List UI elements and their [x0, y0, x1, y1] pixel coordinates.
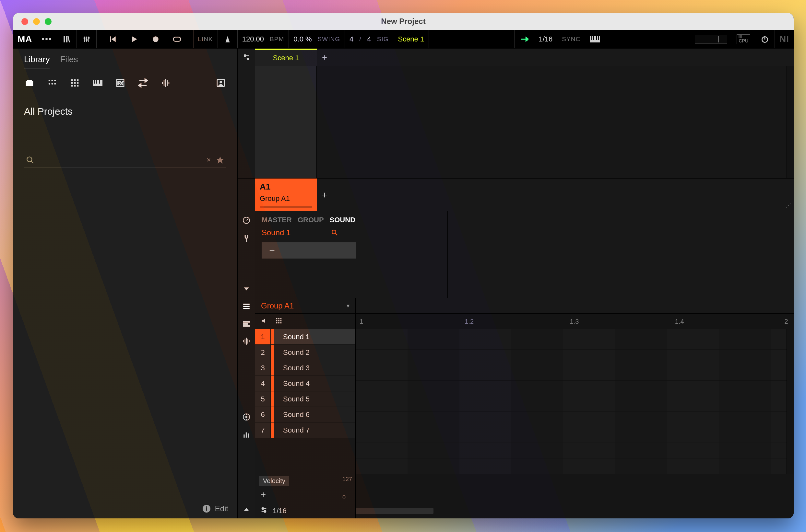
power-icon[interactable] [759, 34, 770, 44]
projects-filter-icon[interactable] [24, 77, 35, 89]
add-scene-button[interactable]: ＋ [317, 49, 332, 66]
sound-name[interactable]: Sound 1 [262, 228, 291, 237]
resize-handle-icon[interactable]: ⋰ [785, 201, 792, 209]
modulation-icon[interactable] [242, 413, 251, 422]
sound-search-icon[interactable] [331, 229, 338, 236]
mute-icon[interactable] [261, 317, 268, 326]
add-plugin-button[interactable]: ＋ [262, 242, 356, 259]
add-lane-button[interactable]: ＋ [259, 489, 351, 500]
plugin-collapse-icon[interactable] [241, 284, 252, 294]
pad-view-icon[interactable] [275, 317, 282, 326]
browser-tab-files[interactable]: Files [60, 54, 78, 68]
plugin-tab-sound[interactable]: SOUND [330, 216, 355, 224]
svg-rect-79 [249, 340, 249, 342]
loops-filter-icon[interactable] [138, 77, 148, 89]
plugin-slot-icon[interactable] [241, 233, 252, 244]
velocity-lane-canvas[interactable] [356, 474, 794, 503]
svg-line-68 [335, 234, 337, 235]
sounds-filter-icon[interactable] [69, 77, 80, 89]
track-row[interactable]: 1 Sound 1 [255, 329, 355, 345]
window-minimize-button[interactable] [33, 18, 40, 25]
record-button[interactable] [150, 34, 161, 44]
svg-rect-36 [74, 82, 76, 84]
ni-logo[interactable]: NI [780, 34, 789, 44]
grid-resolution[interactable]: 1/16 [273, 507, 287, 515]
edit-button[interactable]: Edit [215, 504, 228, 513]
lane-min: 0 [342, 494, 352, 501]
svg-text:FX: FX [117, 81, 123, 86]
app-logo[interactable]: MA [18, 34, 32, 44]
metronome-icon[interactable] [222, 34, 233, 44]
pattern-expand-icon[interactable] [243, 506, 250, 514]
svg-rect-43 [96, 80, 97, 83]
svg-marker-16 [526, 37, 529, 41]
svg-rect-1 [66, 36, 67, 42]
plugin-tab-master[interactable]: MASTER [262, 216, 292, 224]
effects-filter-icon[interactable]: FX [115, 77, 126, 89]
lane-name[interactable]: Velocity [259, 476, 289, 486]
arranger-scrollbar[interactable] [787, 66, 794, 178]
velocity-lane-icon[interactable] [242, 430, 251, 440]
keyboard-icon[interactable] [590, 34, 600, 44]
pattern-cells[interactable] [255, 66, 317, 178]
sync-label[interactable]: SYNC [562, 36, 580, 43]
pattern-hscroll-area[interactable] [356, 503, 794, 518]
pattern-view-group-icon[interactable] [242, 302, 251, 312]
svg-marker-48 [139, 84, 141, 87]
follow-icon[interactable] [519, 34, 529, 44]
favorites-icon[interactable] [216, 156, 224, 164]
restart-button[interactable] [108, 34, 118, 44]
pattern-vscrollbar[interactable] [787, 329, 794, 474]
track-row[interactable]: 6 Sound 6 [255, 407, 355, 422]
mixer-toggle-icon[interactable] [81, 34, 92, 44]
window-close-button[interactable] [21, 18, 28, 25]
track-row[interactable]: 7 Sound 7 [255, 422, 355, 438]
swing-label: SWING [318, 36, 340, 43]
plugin-parameters-area[interactable] [448, 211, 794, 298]
instruments-filter-icon[interactable] [92, 77, 103, 89]
svg-point-22 [762, 37, 767, 42]
menu-icon[interactable]: ••• [42, 34, 52, 44]
pattern-group-selector[interactable]: Group A1 ▾ [255, 298, 356, 313]
cpu-meter: CPU [737, 34, 750, 44]
samples-filter-icon[interactable] [160, 77, 171, 89]
track-row[interactable]: 5 Sound 5 [255, 392, 355, 407]
group-cell-a1[interactable]: A1 Group A1 [255, 178, 317, 211]
svg-rect-45 [117, 79, 124, 87]
track-row[interactable]: 4 Sound 4 [255, 376, 355, 392]
track-row[interactable]: 2 Sound 2 [255, 345, 355, 360]
play-button[interactable] [129, 34, 140, 44]
plugin-tab-group[interactable]: GROUP [298, 216, 324, 224]
swing-value[interactable]: 0.0 % [293, 35, 312, 43]
browser-search[interactable]: × [24, 153, 226, 168]
pattern-ruler[interactable]: 1 1.2 1.3 1.4 2 [356, 314, 794, 329]
info-icon[interactable]: i [203, 505, 210, 513]
tempo-value[interactable]: 120.00 [242, 35, 264, 43]
svg-rect-71 [243, 308, 250, 309]
browser-tab-library[interactable]: Library [24, 54, 50, 68]
user-content-icon[interactable] [215, 77, 226, 89]
link-label[interactable]: LINK [198, 36, 213, 43]
arranger-settings-icon[interactable] [238, 49, 255, 66]
browser-toggle-icon[interactable] [61, 34, 72, 44]
window-zoom-button[interactable] [45, 18, 52, 25]
timesig-num[interactable]: 4 [349, 35, 353, 43]
plugin-quick-browse-icon[interactable] [241, 215, 252, 226]
arranger-canvas[interactable] [317, 66, 787, 178]
grid-value[interactable]: 1/16 [539, 35, 553, 43]
pattern-hscrollbar[interactable] [356, 508, 434, 514]
pattern-view-sample-icon[interactable] [242, 337, 251, 347]
timesig-den[interactable]: 4 [367, 35, 371, 43]
loop-button[interactable] [172, 34, 182, 44]
scene-display[interactable]: Scene 1 [398, 35, 424, 43]
pattern-view-keyboard-icon[interactable] [242, 320, 251, 329]
pattern-grid[interactable] [356, 329, 787, 474]
groups-filter-icon[interactable] [47, 77, 58, 89]
track-color-chip [271, 407, 274, 422]
svg-rect-8 [88, 37, 89, 38]
add-group-button[interactable]: ＋ [317, 178, 332, 211]
track-row[interactable]: 3 Sound 3 [255, 360, 355, 376]
scene-tab[interactable]: Scene 1 [255, 49, 317, 66]
grid-settings-icon[interactable] [260, 507, 268, 515]
clear-search-icon[interactable]: × [206, 156, 211, 164]
